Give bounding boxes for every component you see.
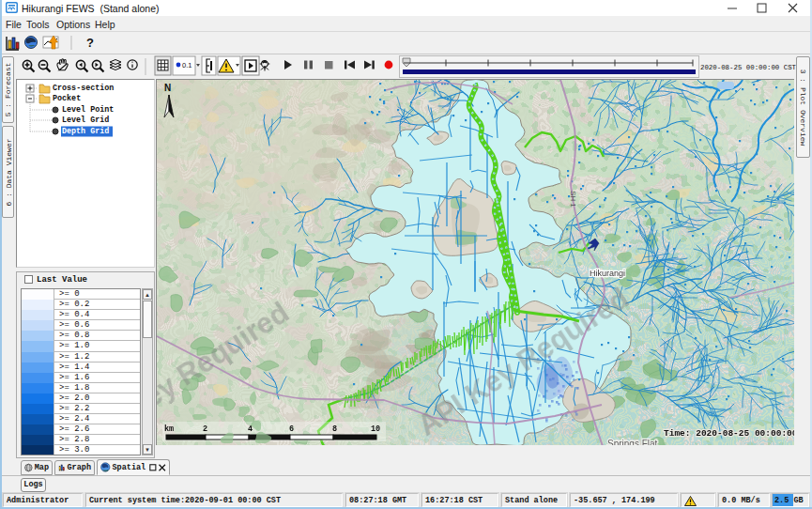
svg-text:0.1: 0.1 [182,61,192,69]
svg-text:Time: 2020-08-25 00:00:00 CST: Time: 2020-08-25 00:00:00 CST [664,428,794,439]
svg-text:6: 6 [289,424,294,434]
svg-text:?: ? [86,36,94,50]
svg-text:2020-08-25 00:00:00 CST: 2020-08-25 00:00:00 CST [700,64,797,71]
svg-text:8: 8 [332,424,337,434]
svg-text:Hikurangi: Hikurangi [590,269,625,278]
svg-text:10: 10 [371,424,380,434]
svg-text:Springs Flat: Springs Flat [607,439,658,445]
svg-text:km: km [164,424,174,434]
svg-text:N: N [164,83,171,93]
svg-text:SH 1: SH 1 [569,191,577,208]
svg-text:2: 2 [203,424,207,434]
